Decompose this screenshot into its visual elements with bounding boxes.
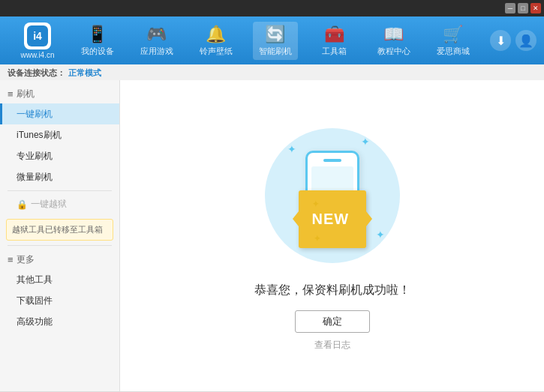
lock-icon: 🔒 (17, 199, 28, 210)
nav-smartflash-icon: 🔄 (265, 25, 285, 44)
sparkle-icon-3: ✦ (376, 229, 385, 241)
phone-illustration: ✦ ✦ ✦ ✦ NEW ✦ (257, 121, 407, 271)
header-right-actions: ⬇ 👤 (490, 30, 536, 51)
nav-appgame-label: 应用游戏 (140, 46, 173, 57)
nav-smartflash-label: 智能刷机 (259, 46, 292, 57)
locked-jailbreak-label: 一键越狱 (31, 198, 67, 211)
nav-mydevice-icon: 📱 (87, 25, 107, 44)
pro-flash-label: 专业刷机 (17, 151, 53, 161)
sidebar-section-flash: ≡ 刷机 (0, 83, 119, 103)
connection-label: 设备连接状态： (8, 67, 65, 79)
maximize-button[interactable]: □ (518, 3, 528, 13)
nav-toolbox-icon: 🧰 (324, 25, 344, 44)
new-badge-text: NEW (312, 211, 350, 227)
nav-tutorial[interactable]: 📖 教程中心 (371, 22, 416, 60)
nav-my-device[interactable]: 📱 我的设备 (75, 22, 120, 60)
other-tools-label: 其他工具 (17, 274, 53, 285)
nav-appgame-icon: 🎮 (146, 25, 167, 44)
logo-icon: i4 (24, 22, 51, 49)
close-button[interactable]: ✕ (530, 3, 541, 13)
itunes-flash-label: iTunes刷机 (17, 130, 62, 140)
nav-toolbox-label: 工具箱 (322, 46, 347, 57)
sidebar-notice: 越狱工具已转移至工具箱 (6, 219, 113, 241)
advanced-label: 高级功能 (17, 316, 53, 327)
header: i4 www.i4.cn 📱 我的设备 🎮 应用游戏 🔔 铃声壁纸 🔄 智能刷机… (0, 16, 544, 64)
sidebar-divider-1 (8, 190, 112, 191)
sidebar-item-pro-flash[interactable]: 专业刷机 (0, 145, 119, 166)
star-right-icon: ✦ (314, 234, 321, 243)
sidebar-item-onekey-flash[interactable]: 一键刷机 (0, 103, 119, 124)
sidebar-item-advanced[interactable]: 高级功能 (0, 311, 119, 332)
sidebar-item-micro-flash[interactable]: 微量刷机 (0, 166, 119, 187)
nav-smart-flash[interactable]: 🔄 智能刷机 (253, 22, 298, 60)
user-button[interactable]: 👤 (515, 30, 536, 51)
sparkle-icon-1: ✦ (287, 143, 296, 155)
main-content: ✦ ✦ ✦ ✦ NEW ✦ 恭喜您，保资料刷机成功啦！ 确定 查看日志 (120, 80, 544, 391)
logo[interactable]: i4 www.i4.cn (8, 22, 68, 59)
logo-inner: i4 (27, 25, 48, 46)
connection-value: 正常模式 (68, 67, 101, 79)
new-badge: ✦ NEW ✦ (299, 190, 366, 248)
sidebar-item-other-tools[interactable]: 其他工具 (0, 269, 119, 290)
nav-tutorial-icon: 📖 (383, 25, 404, 44)
main-area: ≡ 刷机 一键刷机 iTunes刷机 专业刷机 微量刷机 🔒 一键越狱 越狱工具… (0, 80, 544, 391)
sidebar: ≡ 刷机 一键刷机 iTunes刷机 专业刷机 微量刷机 🔒 一键越狱 越狱工具… (0, 80, 120, 391)
micro-flash-label: 微量刷机 (17, 172, 53, 182)
nav-ringtone[interactable]: 🔔 铃声壁纸 (194, 22, 239, 60)
sidebar-locked-jailbreak: 🔒 一键越狱 (0, 194, 119, 214)
connection-status-bar: 设备连接状态： 正常模式 (0, 64, 544, 80)
view-log-link[interactable]: 查看日志 (314, 339, 350, 352)
more-section-label: 更多 (17, 253, 35, 266)
star-left-icon: ✦ (312, 199, 320, 208)
phone-circle-background: ✦ ✦ ✦ ✦ NEW ✦ (265, 128, 400, 263)
flash-section-icon: ≡ (8, 88, 14, 100)
sidebar-item-itunes-flash[interactable]: iTunes刷机 (0, 124, 119, 145)
nav-toolbox[interactable]: 🧰 工具箱 (312, 22, 357, 60)
nav-store[interactable]: 🛒 爱思商城 (431, 22, 476, 60)
flash-section-label: 刷机 (17, 88, 35, 100)
download-button[interactable]: ⬇ (490, 30, 511, 51)
minimize-button[interactable]: ─ (505, 3, 515, 13)
success-message: 恭喜您，保资料刷机成功啦！ (254, 283, 410, 298)
notice-text: 越狱工具已转移至工具箱 (12, 225, 103, 234)
nav-store-label: 爱思商城 (437, 46, 470, 57)
phone-speaker (323, 159, 341, 162)
sparkle-icon-2: ✦ (361, 136, 370, 148)
nav-tutorial-label: 教程中心 (377, 46, 410, 57)
nav-ringtone-label: 铃声壁纸 (200, 46, 233, 57)
more-section-icon: ≡ (8, 254, 14, 265)
nav-ringtone-icon: 🔔 (206, 25, 226, 44)
nav-bar: 📱 我的设备 🎮 应用游戏 🔔 铃声壁纸 🔄 智能刷机 🧰 工具箱 📖 教程中心… (68, 22, 482, 60)
confirm-button[interactable]: 确定 (295, 310, 370, 333)
nav-mydevice-label: 我的设备 (81, 46, 114, 57)
sidebar-section-more: ≡ 更多 (0, 249, 119, 269)
nav-app-game[interactable]: 🎮 应用游戏 (134, 22, 179, 60)
nav-store-icon: 🛒 (443, 25, 463, 44)
titlebar: ─ □ ✕ (0, 0, 544, 16)
download-firmware-label: 下载固件 (17, 295, 53, 306)
sidebar-divider-2 (8, 245, 112, 246)
logo-text: www.i4.cn (20, 51, 54, 59)
sidebar-item-download-firmware[interactable]: 下载固件 (0, 290, 119, 311)
onekey-flash-label: 一键刷机 (17, 109, 53, 119)
